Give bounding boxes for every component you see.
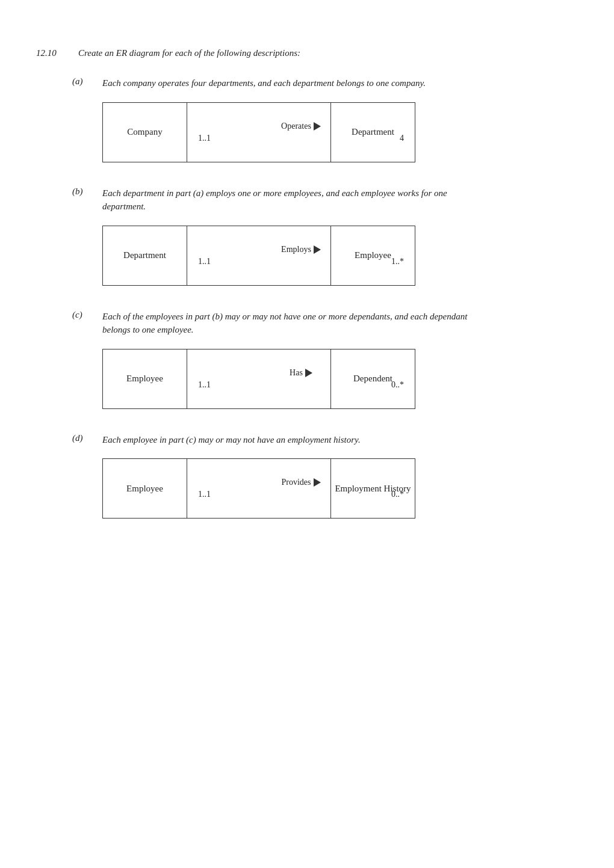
er-diagram: EmployeeProvides1..10..*Employment Histo… — [102, 458, 415, 519]
cardinality-left: 1..1 — [198, 380, 211, 390]
er-diagram: CompanyOperates1..14Department — [102, 102, 415, 162]
question-text: Create an ER diagram for each of the fol… — [78, 48, 300, 58]
part-description: Each company operates four departments, … — [102, 76, 426, 90]
relationship-label: Employs — [281, 245, 311, 254]
er-diagram: DepartmentEmploys1..11..*Employee — [102, 226, 415, 286]
part-letter: (a) — [72, 76, 90, 90]
cardinality-left: 1..1 — [198, 490, 211, 499]
relationship-label: Operates — [281, 122, 311, 131]
er-entity-right: Employment History — [330, 459, 415, 518]
er-entity-right: Employee — [330, 226, 415, 285]
er-diagram: EmployeeHas1..10..*Dependent — [102, 349, 415, 409]
part-description: Each employee in part (c) may or may not… — [102, 433, 361, 447]
relationship-arrow — [314, 478, 321, 487]
relationship-label: Has — [290, 368, 303, 378]
er-relationship: Employs — [281, 245, 321, 254]
relationship-arrow — [305, 369, 312, 377]
er-relationship: Has — [290, 368, 312, 378]
er-relationship: Provides — [282, 478, 321, 487]
relationship-arrow — [314, 245, 321, 254]
question-header: 12.10 Create an ER diagram for each of t… — [36, 48, 578, 58]
part-letter: (c) — [72, 310, 90, 337]
part-c: (c)Each of the employees in part (b) may… — [72, 310, 578, 409]
part-a: (a)Each company operates four department… — [72, 76, 578, 162]
er-entity-left: Company — [103, 103, 187, 162]
relationship-arrow — [314, 122, 321, 131]
question-number: 12.10 — [36, 48, 66, 58]
part-description: Each department in part (a) employs one … — [102, 186, 476, 214]
cardinality-left: 1..1 — [198, 257, 211, 266]
part-letter: (b) — [72, 186, 90, 214]
er-relationship: Operates — [281, 122, 321, 131]
er-entity-left: Employee — [103, 459, 187, 518]
part-b: (b)Each department in part (a) employs o… — [72, 186, 578, 286]
er-entity-right: Dependent — [330, 349, 415, 408]
part-description: Each of the employees in part (b) may or… — [102, 310, 476, 337]
part-d: (d)Each employee in part (c) may or may … — [72, 433, 578, 519]
cardinality-left: 1..1 — [198, 134, 211, 143]
er-entity-left: Employee — [103, 349, 187, 408]
er-entity-left: Department — [103, 226, 187, 285]
er-entity-right: Department — [330, 103, 415, 162]
part-letter: (d) — [72, 433, 90, 447]
relationship-label: Provides — [282, 478, 311, 487]
